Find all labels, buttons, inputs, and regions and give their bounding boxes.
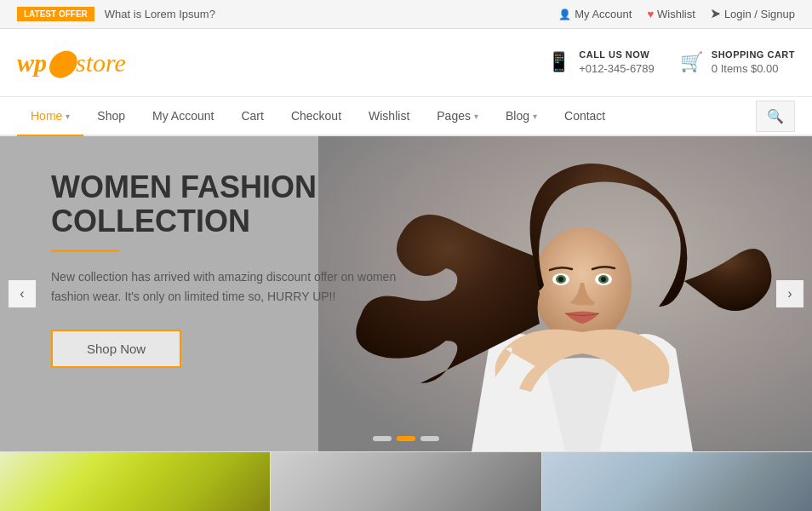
logo-wp: wp xyxy=(17,49,47,77)
nav-item-shop[interactable]: Shop xyxy=(83,97,139,136)
login-icon: ⮞ xyxy=(711,9,721,20)
main-nav: Home ▾ Shop My Account Cart Checkout Wis… xyxy=(0,97,812,136)
hero-underline xyxy=(51,250,119,252)
user-icon: 👤 xyxy=(558,9,571,20)
nav-item-checkout[interactable]: Checkout xyxy=(277,97,355,136)
logo-store: store xyxy=(76,49,126,77)
slide-dot-1[interactable] xyxy=(373,436,392,441)
nav-links: Home ▾ Shop My Account Cart Checkout Wis… xyxy=(17,97,619,135)
nav-item-contact[interactable]: Contact xyxy=(551,97,619,136)
svg-point-6 xyxy=(558,277,563,282)
hero-description: New collection has arrived with amazing … xyxy=(51,267,426,306)
my-account-link[interactable]: 👤 My Account xyxy=(558,8,632,20)
contact-info: 📱 CALL US NOW +012-345-6789 xyxy=(547,49,655,78)
slider-dots xyxy=(373,436,439,441)
hero-title: WOMEN FASHION COLLECTION xyxy=(51,170,426,238)
call-number: +012-345-6789 xyxy=(579,61,655,77)
pages-dropdown-arrow: ▾ xyxy=(474,112,478,121)
shopping-cart-icon: 🛒 xyxy=(680,51,703,73)
heart-icon: ♥ xyxy=(647,8,654,20)
cart-info[interactable]: 🛒 SHOPPING CART 0 Items $0.00 xyxy=(680,49,795,78)
slider-prev-button[interactable]: ‹ xyxy=(9,280,36,307)
product-thumbnails xyxy=(0,451,812,511)
slide-dot-3[interactable] xyxy=(420,436,439,441)
thumbnail-men-image xyxy=(271,452,540,511)
home-dropdown-arrow: ▾ xyxy=(66,112,70,121)
top-bar-left: LATEST OFFER What is Lorem Ipsum? xyxy=(17,7,215,21)
top-bar: LATEST OFFER What is Lorem Ipsum? 👤 My A… xyxy=(0,0,812,29)
thumbnail-1[interactable] xyxy=(0,452,271,511)
nav-item-home[interactable]: Home ▾ xyxy=(17,97,83,136)
svg-point-9 xyxy=(601,277,606,282)
nav-item-cart[interactable]: Cart xyxy=(227,97,277,136)
marquee-text: What is Lorem Ipsum? xyxy=(105,8,215,20)
header-right: 📱 CALL US NOW +012-345-6789 🛒 SHOPPING C… xyxy=(547,49,795,78)
shop-now-button[interactable]: Shop Now xyxy=(51,330,181,368)
thumbnail-3[interactable] xyxy=(542,452,812,511)
slider-next-button[interactable]: › xyxy=(776,280,803,307)
latest-offer-badge: LATEST OFFER xyxy=(17,7,94,21)
cart-details: 0 Items $0.00 xyxy=(712,61,795,77)
thumbnail-person-image xyxy=(542,452,812,511)
site-logo[interactable]: wp⬤store xyxy=(17,48,126,78)
site-header: wp⬤store 📱 CALL US NOW +012-345-6789 🛒 S… xyxy=(0,29,812,97)
top-bar-right: 👤 My Account ♥ Wishlist ⮞ Login / Signup xyxy=(558,8,795,20)
phone-icon: 📱 xyxy=(547,51,570,73)
blog-dropdown-arrow: ▾ xyxy=(533,112,537,121)
nav-item-myaccount[interactable]: My Account xyxy=(139,97,227,136)
cart-label: SHOPPING CART xyxy=(712,49,795,61)
slide-dot-2[interactable] xyxy=(397,436,415,441)
hero-slider: WOMEN FASHION COLLECTION New collection … xyxy=(0,136,812,451)
nav-item-wishlist[interactable]: Wishlist xyxy=(355,97,423,136)
thumbnail-2[interactable] xyxy=(271,452,541,511)
logo-dot: ⬤ xyxy=(47,49,76,77)
login-signup-link[interactable]: ⮞ Login / Signup xyxy=(711,8,795,20)
search-button[interactable]: 🔍 xyxy=(756,100,795,132)
nav-item-pages[interactable]: Pages ▾ xyxy=(423,97,492,136)
nav-item-blog[interactable]: Blog ▾ xyxy=(492,97,551,136)
call-label: CALL US NOW xyxy=(579,49,655,61)
wishlist-link[interactable]: ♥ Wishlist xyxy=(647,8,695,20)
hero-content: WOMEN FASHION COLLECTION New collection … xyxy=(0,136,477,402)
thumbnail-flowers-image xyxy=(0,452,270,511)
